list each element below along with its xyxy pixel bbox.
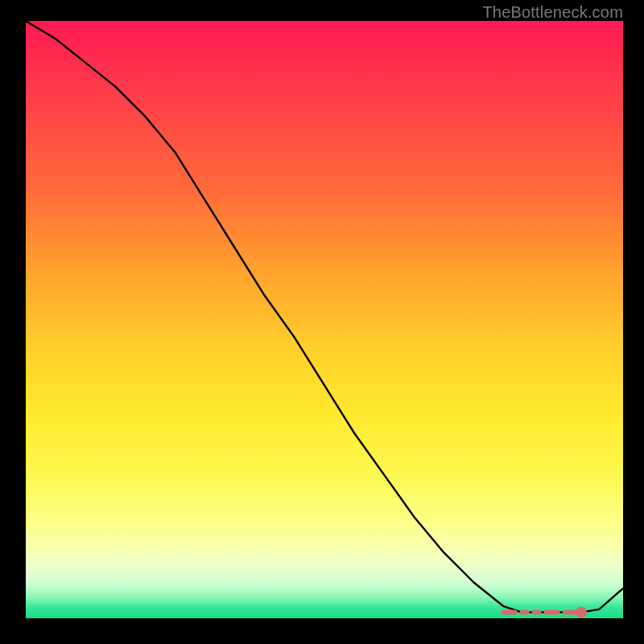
bottleneck-curve: [26, 21, 623, 613]
optimal-point-dot: [576, 607, 587, 618]
curve-layer: [26, 21, 623, 618]
attribution-label: TheBottleneck.com: [482, 3, 623, 22]
chart-stage: TheBottleneck.com: [0, 0, 644, 644]
plot-area: [26, 21, 623, 618]
